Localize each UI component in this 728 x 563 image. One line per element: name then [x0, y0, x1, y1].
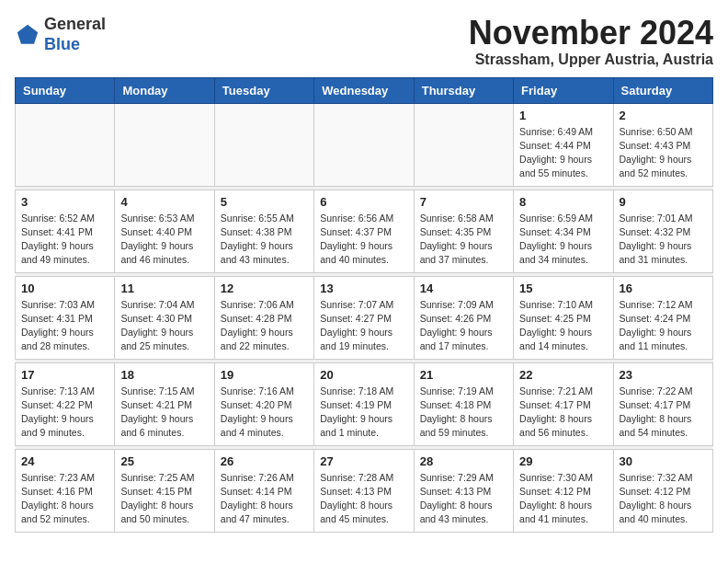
day-info: Sunrise: 7:23 AM Sunset: 4:16 PM Dayligh…	[21, 471, 108, 527]
calendar-day-cell: 6Sunrise: 6:56 AM Sunset: 4:37 PM Daylig…	[314, 190, 414, 272]
calendar-day-cell: 20Sunrise: 7:18 AM Sunset: 4:19 PM Dayli…	[314, 362, 414, 445]
day-info: Sunrise: 6:58 AM Sunset: 4:35 PM Dayligh…	[420, 212, 507, 268]
calendar-day-cell: 9Sunrise: 7:01 AM Sunset: 4:32 PM Daylig…	[613, 190, 712, 272]
day-info: Sunrise: 7:19 AM Sunset: 4:18 PM Dayligh…	[420, 385, 507, 441]
location-subtitle: Strassham, Upper Austria, Austria	[469, 52, 713, 68]
calendar-day-cell: 2Sunrise: 6:50 AM Sunset: 4:43 PM Daylig…	[613, 103, 712, 186]
day-number: 5	[221, 195, 308, 209]
calendar-day-cell: 16Sunrise: 7:12 AM Sunset: 4:24 PM Dayli…	[613, 276, 712, 359]
day-number: 7	[420, 195, 507, 209]
calendar-day-cell	[414, 103, 513, 186]
calendar-day-cell: 11Sunrise: 7:04 AM Sunset: 4:30 PM Dayli…	[115, 276, 214, 359]
day-info: Sunrise: 6:56 AM Sunset: 4:37 PM Dayligh…	[320, 212, 407, 268]
day-info: Sunrise: 7:09 AM Sunset: 4:26 PM Dayligh…	[420, 298, 507, 354]
day-info: Sunrise: 7:29 AM Sunset: 4:13 PM Dayligh…	[420, 471, 507, 527]
weekday-header: Tuesday	[214, 77, 313, 103]
day-info: Sunrise: 7:15 AM Sunset: 4:21 PM Dayligh…	[120, 385, 208, 441]
calendar-day-cell: 5Sunrise: 6:55 AM Sunset: 4:38 PM Daylig…	[214, 190, 313, 272]
weekday-header: Saturday	[613, 77, 712, 103]
day-info: Sunrise: 6:49 AM Sunset: 4:44 PM Dayligh…	[519, 125, 607, 181]
day-info: Sunrise: 7:22 AM Sunset: 4:17 PM Dayligh…	[620, 385, 707, 441]
calendar-table: SundayMondayTuesdayWednesdayThursdayFrid…	[15, 77, 713, 533]
day-info: Sunrise: 7:13 AM Sunset: 4:22 PM Dayligh…	[21, 385, 108, 441]
day-info: Sunrise: 7:32 AM Sunset: 4:12 PM Dayligh…	[620, 471, 707, 527]
day-number: 30	[620, 454, 707, 468]
calendar-day-cell: 12Sunrise: 7:06 AM Sunset: 4:28 PM Dayli…	[214, 276, 313, 359]
calendar-day-cell: 22Sunrise: 7:21 AM Sunset: 4:17 PM Dayli…	[514, 362, 613, 445]
day-info: Sunrise: 6:55 AM Sunset: 4:38 PM Dayligh…	[221, 212, 308, 268]
page-header: General Blue November 2024 Strassham, Up…	[15, 15, 713, 68]
day-info: Sunrise: 6:53 AM Sunset: 4:40 PM Dayligh…	[120, 212, 208, 268]
day-number: 26	[221, 454, 308, 468]
day-number: 20	[320, 368, 407, 382]
day-number: 19	[221, 368, 308, 382]
day-number: 2	[620, 109, 707, 122]
weekday-header: Monday	[115, 77, 214, 103]
day-number: 17	[21, 368, 108, 382]
weekday-header: Thursday	[414, 77, 513, 103]
calendar-day-cell: 10Sunrise: 7:03 AM Sunset: 4:31 PM Dayli…	[16, 276, 115, 359]
day-number: 29	[519, 454, 607, 468]
calendar-day-cell	[16, 103, 115, 186]
day-info: Sunrise: 6:50 AM Sunset: 4:43 PM Dayligh…	[620, 125, 707, 181]
title-block: November 2024 Strassham, Upper Austria, …	[469, 15, 713, 68]
day-number: 4	[120, 195, 208, 209]
day-info: Sunrise: 7:26 AM Sunset: 4:14 PM Dayligh…	[221, 471, 308, 527]
svg-marker-0	[17, 24, 38, 43]
calendar-day-cell: 17Sunrise: 7:13 AM Sunset: 4:22 PM Dayli…	[16, 362, 115, 445]
calendar-week-row: 3Sunrise: 6:52 AM Sunset: 4:41 PM Daylig…	[16, 190, 713, 272]
calendar-day-cell: 14Sunrise: 7:09 AM Sunset: 4:26 PM Dayli…	[414, 276, 513, 359]
calendar-day-cell	[314, 103, 414, 186]
calendar-header-row: SundayMondayTuesdayWednesdayThursdayFrid…	[16, 77, 713, 103]
day-info: Sunrise: 7:16 AM Sunset: 4:20 PM Dayligh…	[221, 385, 308, 441]
day-info: Sunrise: 7:03 AM Sunset: 4:31 PM Dayligh…	[21, 298, 108, 354]
calendar-week-row: 10Sunrise: 7:03 AM Sunset: 4:31 PM Dayli…	[16, 276, 713, 359]
day-info: Sunrise: 7:07 AM Sunset: 4:27 PM Dayligh…	[320, 298, 407, 354]
day-number: 6	[320, 195, 407, 209]
calendar-week-row: 24Sunrise: 7:23 AM Sunset: 4:16 PM Dayli…	[16, 449, 713, 532]
calendar-day-cell: 28Sunrise: 7:29 AM Sunset: 4:13 PM Dayli…	[414, 449, 513, 532]
logo-general: General	[44, 15, 106, 33]
calendar-day-cell: 24Sunrise: 7:23 AM Sunset: 4:16 PM Dayli…	[16, 449, 115, 532]
day-info: Sunrise: 6:52 AM Sunset: 4:41 PM Dayligh…	[21, 212, 108, 268]
day-number: 14	[420, 282, 507, 295]
day-info: Sunrise: 7:18 AM Sunset: 4:19 PM Dayligh…	[320, 385, 407, 441]
weekday-header: Wednesday	[314, 77, 414, 103]
day-number: 10	[21, 282, 108, 295]
calendar-day-cell: 3Sunrise: 6:52 AM Sunset: 4:41 PM Daylig…	[16, 190, 115, 272]
month-year-title: November 2024	[469, 15, 713, 52]
day-info: Sunrise: 7:21 AM Sunset: 4:17 PM Dayligh…	[519, 385, 607, 441]
day-number: 8	[519, 195, 607, 209]
calendar-day-cell: 29Sunrise: 7:30 AM Sunset: 4:12 PM Dayli…	[514, 449, 613, 532]
calendar-day-cell: 13Sunrise: 7:07 AM Sunset: 4:27 PM Dayli…	[314, 276, 414, 359]
calendar-day-cell: 18Sunrise: 7:15 AM Sunset: 4:21 PM Dayli…	[115, 362, 214, 445]
calendar-day-cell: 26Sunrise: 7:26 AM Sunset: 4:14 PM Dayli…	[214, 449, 313, 532]
day-number: 22	[519, 368, 607, 382]
calendar-day-cell: 30Sunrise: 7:32 AM Sunset: 4:12 PM Dayli…	[613, 449, 712, 532]
calendar-day-cell: 25Sunrise: 7:25 AM Sunset: 4:15 PM Dayli…	[115, 449, 214, 532]
day-number: 13	[320, 282, 407, 295]
weekday-header: Sunday	[16, 77, 115, 103]
day-number: 12	[221, 282, 308, 295]
day-info: Sunrise: 7:04 AM Sunset: 4:30 PM Dayligh…	[120, 298, 208, 354]
day-number: 3	[21, 195, 108, 209]
calendar-week-row: 17Sunrise: 7:13 AM Sunset: 4:22 PM Dayli…	[16, 362, 713, 445]
calendar-day-cell	[115, 103, 214, 186]
calendar-day-cell: 27Sunrise: 7:28 AM Sunset: 4:13 PM Dayli…	[314, 449, 414, 532]
calendar-day-cell: 19Sunrise: 7:16 AM Sunset: 4:20 PM Dayli…	[214, 362, 313, 445]
calendar-day-cell: 4Sunrise: 6:53 AM Sunset: 4:40 PM Daylig…	[115, 190, 214, 272]
day-number: 1	[519, 109, 607, 122]
day-number: 25	[120, 454, 208, 468]
day-info: Sunrise: 7:06 AM Sunset: 4:28 PM Dayligh…	[221, 298, 308, 354]
calendar-day-cell	[214, 103, 313, 186]
day-number: 21	[420, 368, 507, 382]
day-number: 11	[120, 282, 208, 295]
calendar-day-cell: 15Sunrise: 7:10 AM Sunset: 4:25 PM Dayli…	[514, 276, 613, 359]
calendar-day-cell: 7Sunrise: 6:58 AM Sunset: 4:35 PM Daylig…	[414, 190, 513, 272]
calendar-day-cell: 1Sunrise: 6:49 AM Sunset: 4:44 PM Daylig…	[514, 103, 613, 186]
day-number: 18	[120, 368, 208, 382]
day-number: 24	[21, 454, 108, 468]
calendar-day-cell: 8Sunrise: 6:59 AM Sunset: 4:34 PM Daylig…	[514, 190, 613, 272]
day-number: 16	[620, 282, 707, 295]
logo-icon	[15, 22, 40, 48]
